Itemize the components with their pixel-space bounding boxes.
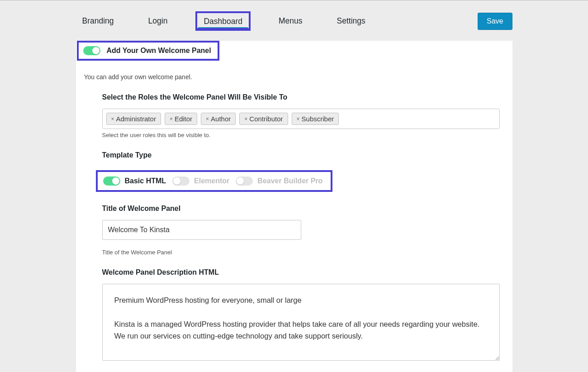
welcome-description-textarea[interactable] [102, 284, 500, 361]
welcome-title-input[interactable] [102, 220, 301, 240]
roles-input[interactable]: × Administrator × Editor × Author × Cont… [102, 109, 500, 129]
template-type-title: Template Type [102, 151, 500, 159]
welcome-panel-toggle[interactable] [83, 46, 100, 55]
settings-panel: Add Your Own Welcome Panel You can add y… [76, 41, 512, 372]
role-chip[interactable]: × Contributor [239, 113, 288, 125]
nav-tabs: Branding Login Dashboard Menus Settings [76, 11, 372, 31]
template-toggle-basic-html[interactable] [103, 176, 120, 186]
close-icon[interactable]: × [170, 116, 173, 122]
role-chip-label: Subscriber [302, 115, 334, 123]
role-chip[interactable]: × Author [201, 113, 236, 125]
role-chip[interactable]: × Administrator [106, 113, 161, 125]
description-section-title: Welcome Panel Description HTML [102, 268, 500, 277]
tab-menus[interactable]: Menus [272, 12, 309, 30]
role-chip-label: Author [211, 115, 231, 123]
template-option-basic-html: Basic HTML [103, 176, 166, 186]
roles-section: Select the Roles the Welcome Panel Will … [102, 93, 512, 138]
role-chip[interactable]: × Subscriber [292, 113, 339, 125]
title-section-title: Title of Welcome Panel [102, 205, 500, 213]
roles-section-title: Select the Roles the Welcome Panel Will … [102, 93, 500, 101]
save-button[interactable]: Save [478, 13, 512, 30]
welcome-panel-description: You can add your own welcome panel. [84, 73, 512, 81]
template-label-beaver: Beaver Builder Pro [257, 177, 322, 185]
template-option-beaver: Beaver Builder Pro [236, 176, 322, 186]
role-chip-label: Administrator [116, 115, 156, 123]
title-section: Title of Welcome Panel Title of the Welc… [102, 205, 512, 256]
close-icon[interactable]: × [297, 116, 300, 122]
template-option-elementor: Elementor [172, 176, 229, 186]
template-label-basic-html: Basic HTML [125, 177, 166, 185]
template-label-elementor: Elementor [194, 177, 229, 185]
template-toggle-elementor[interactable] [172, 176, 190, 186]
welcome-panel-toggle-row: Add Your Own Welcome Panel [77, 41, 219, 61]
role-chip-label: Editor [175, 115, 192, 123]
template-type-section: Template Type Basic HTML Elementor Beave… [102, 151, 512, 192]
close-icon[interactable]: × [244, 116, 247, 122]
role-chip-label: Contributor [249, 115, 283, 123]
description-section: Welcome Panel Description HTML [102, 268, 512, 362]
title-help-text: Title of the Welcome Panel [102, 249, 500, 256]
template-type-options: Basic HTML Elementor Beaver Builder Pro [96, 170, 333, 192]
close-icon[interactable]: × [206, 116, 209, 122]
tab-branding[interactable]: Branding [76, 12, 120, 30]
close-icon[interactable]: × [111, 116, 114, 122]
roles-help-text: Select the user roles this will be visib… [102, 132, 500, 138]
tab-dashboard[interactable]: Dashboard [195, 11, 251, 31]
welcome-panel-toggle-label: Add Your Own Welcome Panel [107, 47, 211, 55]
template-toggle-beaver[interactable] [236, 176, 253, 186]
tab-login[interactable]: Login [142, 12, 174, 30]
tab-settings[interactable]: Settings [331, 12, 372, 30]
top-nav: Branding Login Dashboard Menus Settings … [76, 0, 512, 40]
role-chip[interactable]: × Editor [165, 113, 197, 125]
